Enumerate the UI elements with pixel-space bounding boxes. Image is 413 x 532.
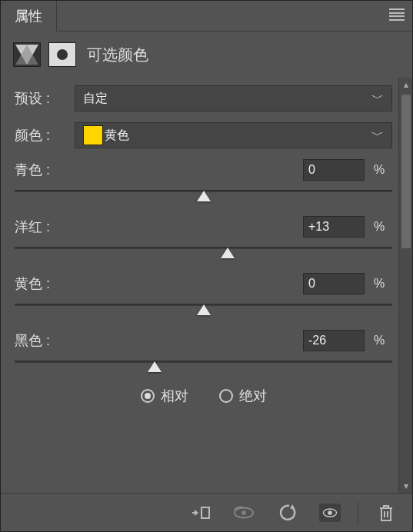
- black-slider-group: 黑色 : %: [15, 330, 392, 376]
- black-slider[interactable]: [15, 357, 392, 376]
- yellow-slider[interactable]: [15, 301, 392, 319]
- radio-unchecked-icon: [219, 389, 233, 403]
- cyan-input[interactable]: [303, 159, 365, 181]
- slider-thumb-icon[interactable]: [197, 191, 211, 201]
- relative-label: 相对: [161, 387, 188, 405]
- black-label: 黑色 :: [15, 331, 303, 350]
- panel-menu-button[interactable]: [388, 7, 406, 22]
- yellow-input[interactable]: [303, 273, 365, 294]
- magenta-slider[interactable]: [15, 244, 392, 262]
- cyan-slider-group: 青色 : %: [15, 159, 392, 205]
- properties-panel: 属性 可选颜色 预设 : 自定 ﹀ 颜色 :: [0, 0, 413, 532]
- yellow-slider-group: 黄色 : %: [15, 273, 392, 319]
- panel-header: 属性: [1, 1, 412, 32]
- percent-unit: %: [374, 334, 392, 347]
- selective-color-icon: [13, 42, 41, 67]
- cyan-slider[interactable]: [15, 187, 392, 205]
- cyan-label: 青色 :: [15, 161, 303, 179]
- percent-unit: %: [374, 163, 392, 177]
- preset-label: 预设 :: [15, 89, 68, 108]
- scroll-down-icon[interactable]: ▾: [401, 480, 411, 491]
- magenta-label: 洋红 :: [15, 218, 303, 236]
- chevron-down-icon: ﹀: [371, 91, 384, 107]
- visibility-icon[interactable]: [319, 504, 341, 522]
- absolute-label: 绝对: [239, 387, 267, 405]
- scroll-thumb[interactable]: [401, 95, 411, 248]
- magenta-slider-group: 洋红 : %: [15, 216, 392, 262]
- yellow-label: 黄色 :: [15, 274, 303, 293]
- slider-thumb-icon[interactable]: [221, 248, 235, 258]
- properties-tab[interactable]: 属性: [1, 1, 57, 32]
- color-value: 黄色: [105, 128, 129, 144]
- color-dropdown[interactable]: 黄色 ﹀: [75, 122, 392, 148]
- vertical-scrollbar[interactable]: ▴ ▾: [398, 78, 412, 493]
- adjustment-title: 可选颜色: [87, 45, 148, 65]
- slider-thumb-icon[interactable]: [197, 304, 211, 315]
- percent-unit: %: [374, 277, 392, 291]
- black-input[interactable]: [303, 330, 365, 351]
- trash-icon[interactable]: [375, 504, 397, 522]
- method-radio-group: 相对 绝对: [15, 387, 392, 405]
- scroll-up-icon[interactable]: ▴: [401, 79, 411, 90]
- reset-icon[interactable]: [276, 504, 298, 522]
- absolute-radio[interactable]: 绝对: [219, 387, 267, 405]
- adjustment-header: 可选颜色: [1, 32, 412, 78]
- slider-thumb-icon[interactable]: [148, 361, 162, 372]
- color-swatch: [83, 125, 103, 145]
- svg-point-5: [328, 510, 332, 515]
- color-label: 颜色 :: [15, 126, 68, 145]
- relative-radio[interactable]: 相对: [141, 387, 188, 405]
- panel-footer: [1, 493, 412, 531]
- layer-mask-icon[interactable]: [48, 42, 76, 67]
- chevron-down-icon: ﹀: [371, 128, 384, 144]
- clip-to-layer-icon[interactable]: [190, 504, 211, 522]
- panel-content: 预设 : 自定 ﹀ 颜色 : 黄色 ﹀ 青色 : %: [1, 78, 398, 493]
- radio-checked-icon: [141, 389, 155, 403]
- separator: [358, 502, 358, 524]
- percent-unit: %: [374, 220, 392, 234]
- magenta-input[interactable]: [303, 216, 365, 238]
- view-previous-icon[interactable]: [233, 504, 255, 522]
- preset-value: 自定: [83, 91, 108, 107]
- svg-point-3: [241, 510, 246, 515]
- preset-dropdown[interactable]: 自定 ﹀: [75, 85, 392, 111]
